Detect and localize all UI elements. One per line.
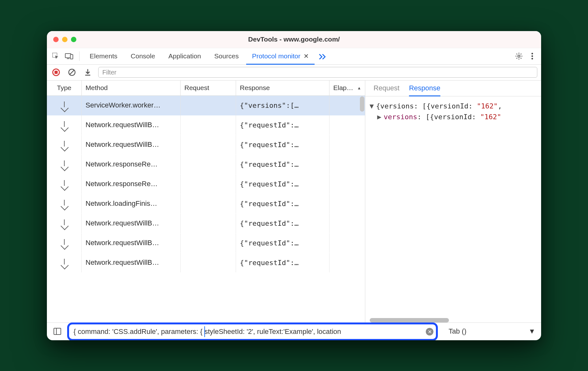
- minimize-window-button[interactable]: [62, 37, 67, 42]
- arrow-down-icon: [61, 141, 67, 148]
- table-row[interactable]: Network.requestWillB…{"requestId":…: [47, 214, 365, 233]
- svg-rect-11: [54, 328, 61, 335]
- command-input[interactable]: { command: 'CSS.addRule', parameters: { …: [67, 322, 438, 340]
- cell-request: [181, 174, 236, 194]
- detail-tab-request[interactable]: Request: [374, 80, 399, 96]
- tree-root[interactable]: ▼ {versions: [{versionId: "162",: [369, 101, 538, 112]
- cell-elapsed: [329, 135, 365, 154]
- filter-input[interactable]: [98, 67, 537, 78]
- cell-method: Network.requestWillB…: [82, 233, 181, 253]
- detail-tab-response[interactable]: Response: [409, 80, 440, 96]
- tab-elements[interactable]: Elements: [84, 48, 123, 64]
- cell-type: [47, 174, 82, 194]
- tree-child[interactable]: ▶ versions: [{versionId: "162": [369, 112, 538, 122]
- record-button[interactable]: [51, 67, 61, 78]
- table-row[interactable]: Network.requestWillB…{"requestId":…: [47, 253, 365, 273]
- cell-method: Network.responseRe…: [82, 174, 181, 194]
- tab-label: Elements: [90, 52, 118, 60]
- cell-elapsed: [329, 194, 365, 213]
- close-window-button[interactable]: [53, 37, 59, 42]
- arrow-down-icon: [61, 259, 67, 266]
- cell-elapsed: [329, 174, 365, 194]
- table-body[interactable]: ServiceWorker.worker…{"versions":[…Netwo…: [47, 96, 365, 322]
- detail-panel: Request Response ▼ {versions: [{versionI…: [365, 81, 541, 322]
- tab-application[interactable]: Application: [163, 48, 207, 64]
- settings-icon[interactable]: [513, 50, 525, 62]
- clear-icon[interactable]: [67, 67, 77, 78]
- tab-label: Console: [131, 52, 155, 60]
- arrow-down-icon: [61, 180, 67, 188]
- bottom-bar: { command: 'CSS.addRule', parameters: { …: [47, 322, 541, 340]
- arrow-down-icon: [61, 239, 67, 247]
- protocol-toolbar: [47, 65, 541, 81]
- table-row[interactable]: Network.loadingFinis…{"requestId":…: [47, 194, 365, 214]
- table-row[interactable]: Network.responseRe…{"requestId":…: [47, 155, 365, 174]
- svg-point-4: [518, 55, 520, 57]
- col-header-elapsed[interactable]: Elap… ▲: [329, 81, 365, 95]
- cell-elapsed: [329, 253, 365, 272]
- maximize-window-button[interactable]: [71, 37, 76, 42]
- caret-down-icon[interactable]: ▼: [369, 102, 374, 110]
- cell-response: {"requestId":…: [236, 253, 329, 272]
- tab-strip: Elements Console Application Sources Pro…: [47, 48, 541, 65]
- cell-response: {"requestId":…: [236, 214, 329, 233]
- cell-request: [181, 253, 236, 272]
- caret-right-icon[interactable]: ▶: [377, 113, 382, 121]
- tab-protocol-monitor[interactable]: Protocol monitor ✕: [246, 48, 315, 64]
- inspect-element-icon[interactable]: [50, 50, 61, 62]
- table-row[interactable]: ServiceWorker.worker…{"versions":[…: [47, 96, 365, 115]
- separator: [79, 51, 80, 61]
- svg-point-5: [532, 53, 533, 55]
- table-row[interactable]: Network.requestWillB…{"requestId":…: [47, 233, 365, 253]
- table-header: Type Method Request Response Elap… ▲: [47, 81, 365, 96]
- col-header-response[interactable]: Response: [236, 81, 329, 95]
- more-tabs-icon[interactable]: [316, 50, 328, 62]
- arrow-down-icon: [61, 160, 67, 168]
- window-controls: [53, 37, 76, 42]
- cell-response: {"requestId":…: [236, 194, 329, 213]
- arrow-down-icon: [61, 219, 67, 227]
- toggle-drawer-icon[interactable]: [53, 327, 62, 336]
- tab-hint: Tab (): [449, 327, 466, 335]
- cell-request: [181, 135, 236, 154]
- kebab-menu-icon[interactable]: [527, 50, 538, 62]
- cell-type: [47, 135, 82, 154]
- horizontal-scrollbar[interactable]: [370, 318, 449, 322]
- cell-elapsed: [329, 155, 365, 174]
- cell-response: {"requestId":…: [236, 135, 329, 154]
- cell-method: Network.requestWillB…: [82, 135, 181, 154]
- device-toolbar-icon[interactable]: [63, 50, 75, 62]
- cell-request: [181, 233, 236, 253]
- col-header-request[interactable]: Request: [181, 81, 236, 95]
- cell-type: [47, 194, 82, 213]
- close-tab-icon[interactable]: ✕: [304, 52, 309, 60]
- cell-request: [181, 214, 236, 233]
- cell-elapsed: [329, 115, 365, 135]
- tab-console[interactable]: Console: [125, 48, 161, 64]
- cell-type: [47, 253, 82, 272]
- tab-label: Sources: [214, 52, 239, 60]
- tab-sources[interactable]: Sources: [208, 48, 244, 64]
- clear-input-icon[interactable]: ✕: [426, 328, 433, 335]
- detail-tabs: Request Response: [365, 81, 541, 96]
- cell-type: [47, 233, 82, 253]
- table-row[interactable]: Network.requestWillB…{"requestId":…: [47, 135, 365, 155]
- vertical-scrollbar[interactable]: [360, 96, 364, 112]
- table-row[interactable]: Network.requestWillB…{"requestId":…: [47, 115, 365, 135]
- cell-type: [47, 214, 82, 233]
- download-icon[interactable]: [82, 67, 93, 78]
- col-header-method[interactable]: Method: [82, 81, 181, 95]
- cell-response: {"requestId":…: [236, 155, 329, 174]
- tab-label: Protocol monitor: [252, 52, 300, 60]
- command-input-text: { command: 'CSS.addRule', parameters: { …: [74, 328, 423, 336]
- cell-method: Network.requestWillB…: [82, 253, 181, 272]
- cell-request: [181, 155, 236, 174]
- expand-icon[interactable]: ▼: [528, 327, 535, 335]
- col-header-type[interactable]: Type: [47, 81, 82, 95]
- main-split: Type Method Request Response Elap… ▲ Ser…: [47, 81, 541, 322]
- arrow-down-icon: [61, 200, 67, 207]
- cell-method: ServiceWorker.worker…: [82, 96, 181, 115]
- events-table: Type Method Request Response Elap… ▲ Ser…: [47, 81, 365, 322]
- cell-elapsed: [329, 214, 365, 233]
- table-row[interactable]: Network.responseRe…{"requestId":…: [47, 174, 365, 194]
